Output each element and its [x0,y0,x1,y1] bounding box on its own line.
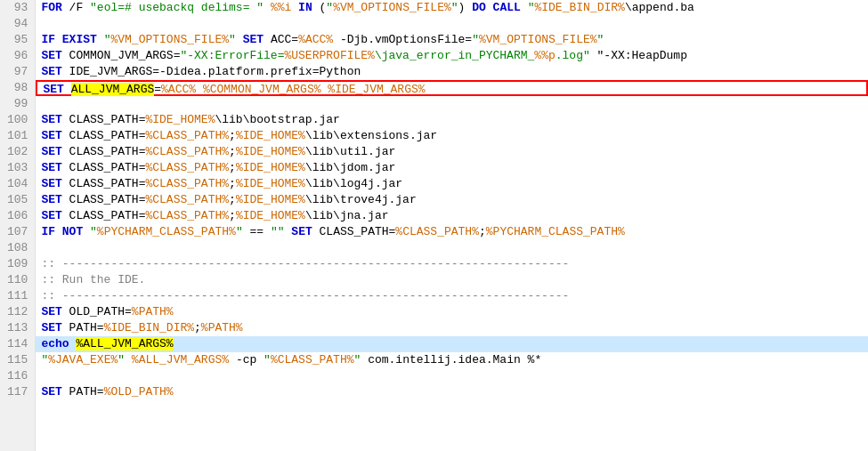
code-line-96: SET COMMON_JVM_ARGS="-XX:ErrorFile=%USER… [36,48,868,64]
line-num-100: 100 [7,112,28,128]
line-num-115: 115 [7,352,28,368]
line-num-101: 101 [7,128,28,144]
line-num-111: 111 [7,288,28,304]
code-line-101: SET CLASS_PATH=%CLASS_PATH%;%IDE_HOME%\l… [36,128,868,144]
code-line-108 [36,240,868,256]
code-line-109: :: -------------------------------------… [36,256,868,272]
code-line-100: SET CLASS_PATH=%IDE_HOME%\lib\bootstrap.… [36,112,868,128]
line-num-116: 116 [7,368,28,384]
code-line-104: SET CLASS_PATH=%CLASS_PATH%;%IDE_HOME%\l… [36,176,868,192]
line-num-114: 114 [7,336,28,352]
line-num-113: 113 [7,320,28,336]
code-line-102: SET CLASS_PATH=%CLASS_PATH%;%IDE_HOME%\l… [36,144,868,160]
code-line-110: :: Run the IDE. [36,272,868,288]
code-line-111: :: -------------------------------------… [36,288,868,304]
code-line-93: FOR /F "eol=# usebackq delims= " %%i IN … [36,0,868,16]
line-num-105: 105 [7,192,28,208]
code-line-114: echo %ALL_JVM_ARGS% [36,336,868,352]
line-num-112: 112 [7,304,28,320]
code-line-99 [36,96,868,112]
code-line-115: "%JAVA_EXE%" %ALL_JVM_ARGS% -cp "%CLASS_… [36,352,868,368]
line-num-98: 98 [7,80,28,96]
code-line-98: SET ALL_JVM_ARGS=%ACC% %COMMON_JVM_ARGS%… [36,80,868,96]
code-line-112: SET OLD_PATH=%PATH% [36,304,868,320]
line-num-96: 96 [7,48,28,64]
line-num-102: 102 [7,144,28,160]
line-num-106: 106 [7,208,28,224]
code-lines: FOR /F "eol=# usebackq delims= " %%i IN … [36,0,868,451]
code-line-103: SET CLASS_PATH=%CLASS_PATH%;%IDE_HOME%\l… [36,160,868,176]
code-line-95: IF EXIST "%VM_OPTIONS_FILE%" SET ACC=%AC… [36,32,868,48]
line-num-97: 97 [7,64,28,80]
line-num-117: 117 [7,384,28,400]
code-line-97: SET IDE_JVM_ARGS=-Didea.platform.prefix=… [36,64,868,80]
code-line-116 [36,368,868,384]
code-line-94 [36,16,868,32]
code-line-105: SET CLASS_PATH=%CLASS_PATH%;%IDE_HOME%\l… [36,192,868,208]
line-num-107: 107 [7,224,28,240]
line-num-104: 104 [7,176,28,192]
line-num-109: 109 [7,256,28,272]
line-num-99: 99 [7,96,28,112]
line-num-94: 94 [7,16,28,32]
code-editor: 93 94 95 96 97 98 99 100 101 102 103 104… [0,0,868,451]
code-line-113: SET PATH=%IDE_BIN_DIR%;%PATH% [36,320,868,336]
code-line-107: IF NOT "%PYCHARM_CLASS_PATH%" == "" SET … [36,224,868,240]
line-num-110: 110 [7,272,28,288]
code-line-106: SET CLASS_PATH=%CLASS_PATH%;%IDE_HOME%\l… [36,208,868,224]
line-num-108: 108 [7,240,28,256]
line-num-93: 93 [7,0,28,16]
code-line-117: SET PATH=%OLD_PATH% [36,384,868,400]
line-number-gutter: 93 94 95 96 97 98 99 100 101 102 103 104… [0,0,36,451]
line-num-103: 103 [7,160,28,176]
line-num-95: 95 [7,32,28,48]
